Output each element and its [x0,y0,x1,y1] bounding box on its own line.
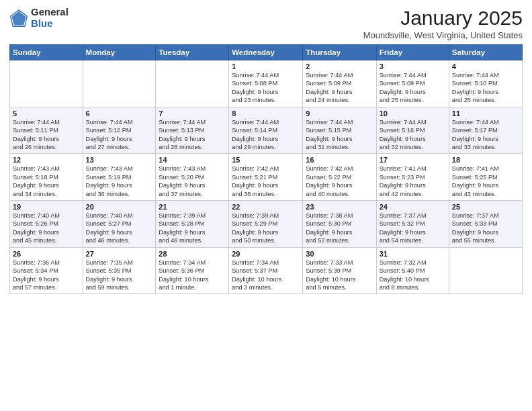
calendar-week-row: 12Sunrise: 7:43 AM Sunset: 5:18 PM Dayli… [10,154,523,201]
day-info: Sunrise: 7:41 AM Sunset: 5:25 PM Dayligh… [452,165,499,197]
calendar-cell: 18Sunrise: 7:41 AM Sunset: 5:25 PM Dayli… [449,154,522,201]
day-info: Sunrise: 7:44 AM Sunset: 5:09 PM Dayligh… [306,72,353,103]
day-info: Sunrise: 7:39 AM Sunset: 5:28 PM Dayligh… [159,212,206,244]
calendar-week-row: 1Sunrise: 7:44 AM Sunset: 5:08 PM Daylig… [10,60,523,107]
day-info: Sunrise: 7:38 AM Sunset: 5:30 PM Dayligh… [306,212,353,244]
day-info: Sunrise: 7:44 AM Sunset: 5:12 PM Dayligh… [86,119,133,150]
day-number: 30 [306,250,373,258]
calendar-cell: 13Sunrise: 7:43 AM Sunset: 5:19 PM Dayli… [83,154,156,201]
calendar-cell: 10Sunrise: 7:44 AM Sunset: 5:16 PM Dayli… [376,107,449,154]
calendar-cell: 17Sunrise: 7:41 AM Sunset: 5:23 PM Dayli… [376,154,449,201]
weekday-header-wednesday: Wednesday [229,45,303,60]
weekday-header-sunday: Sunday [10,45,83,60]
calendar-table: SundayMondayTuesdayWednesdayThursdayFrid… [9,44,523,294]
day-info: Sunrise: 7:39 AM Sunset: 5:29 PM Dayligh… [232,212,279,244]
calendar-cell: 4Sunrise: 7:44 AM Sunset: 5:10 PM Daylig… [449,60,522,107]
day-number: 5 [13,109,80,118]
weekday-header-thursday: Thursday [303,45,376,60]
day-info: Sunrise: 7:42 AM Sunset: 5:21 PM Dayligh… [232,165,279,197]
weekday-header-monday: Monday [83,45,156,60]
calendar-cell: 3Sunrise: 7:44 AM Sunset: 5:09 PM Daylig… [376,60,449,107]
day-number: 24 [380,203,446,211]
calendar-cell: 16Sunrise: 7:42 AM Sunset: 5:22 PM Dayli… [303,154,376,201]
day-number: 12 [13,156,80,164]
calendar-cell: 22Sunrise: 7:39 AM Sunset: 5:29 PM Dayli… [229,201,303,248]
calendar-cell: 30Sunrise: 7:33 AM Sunset: 5:39 PM Dayli… [303,247,376,294]
calendar-week-row: 5Sunrise: 7:44 AM Sunset: 5:11 PM Daylig… [10,107,523,154]
day-number: 13 [86,156,153,164]
calendar-cell: 9Sunrise: 7:44 AM Sunset: 5:15 PM Daylig… [303,107,376,154]
calendar-cell: 6Sunrise: 7:44 AM Sunset: 5:12 PM Daylig… [83,107,156,154]
day-info: Sunrise: 7:44 AM Sunset: 5:15 PM Dayligh… [306,119,353,150]
calendar-cell: 7Sunrise: 7:44 AM Sunset: 5:13 PM Daylig… [156,107,229,154]
day-info: Sunrise: 7:33 AM Sunset: 5:39 PM Dayligh… [306,259,355,291]
calendar-cell: 2Sunrise: 7:44 AM Sunset: 5:09 PM Daylig… [303,60,376,107]
day-info: Sunrise: 7:44 AM Sunset: 5:08 PM Dayligh… [232,72,279,103]
calendar-cell [449,247,522,294]
calendar-cell: 28Sunrise: 7:34 AM Sunset: 5:36 PM Dayli… [156,247,229,294]
day-number: 9 [306,109,373,118]
day-info: Sunrise: 7:44 AM Sunset: 5:09 PM Dayligh… [380,72,427,103]
day-number: 8 [232,109,300,118]
day-info: Sunrise: 7:32 AM Sunset: 5:40 PM Dayligh… [380,259,429,291]
calendar-cell [83,60,156,107]
day-info: Sunrise: 7:43 AM Sunset: 5:20 PM Dayligh… [159,165,206,197]
calendar-cell [156,60,229,107]
page: General Blue January 2025 Moundsville, W… [0,0,532,411]
day-number: 10 [380,109,446,118]
day-info: Sunrise: 7:37 AM Sunset: 5:33 PM Dayligh… [452,212,499,244]
day-number: 29 [232,250,300,258]
day-number: 3 [380,62,446,71]
logo-blue-text: Blue [31,18,69,30]
calendar-cell: 25Sunrise: 7:37 AM Sunset: 5:33 PM Dayli… [449,201,522,248]
day-info: Sunrise: 7:34 AM Sunset: 5:36 PM Dayligh… [159,259,208,291]
logo-text: General Blue [31,7,69,29]
day-number: 17 [380,156,446,164]
svg-marker-0 [12,11,26,25]
day-info: Sunrise: 7:44 AM Sunset: 5:10 PM Dayligh… [452,72,499,103]
logo-icon [9,9,28,28]
day-info: Sunrise: 7:40 AM Sunset: 5:27 PM Dayligh… [86,212,133,244]
day-info: Sunrise: 7:44 AM Sunset: 5:17 PM Dayligh… [452,119,499,150]
weekday-header-saturday: Saturday [449,45,522,60]
day-number: 20 [86,203,153,211]
day-number: 4 [452,62,519,71]
day-number: 1 [232,62,300,71]
day-number: 28 [159,250,226,258]
calendar-cell: 14Sunrise: 7:43 AM Sunset: 5:20 PM Dayli… [156,154,229,201]
day-info: Sunrise: 7:40 AM Sunset: 5:26 PM Dayligh… [13,212,60,244]
day-info: Sunrise: 7:44 AM Sunset: 5:11 PM Dayligh… [13,119,60,150]
calendar-cell: 26Sunrise: 7:36 AM Sunset: 5:34 PM Dayli… [10,247,83,294]
day-number: 6 [86,109,153,118]
day-info: Sunrise: 7:35 AM Sunset: 5:35 PM Dayligh… [86,259,133,291]
day-number: 26 [13,250,80,258]
calendar-cell: 11Sunrise: 7:44 AM Sunset: 5:17 PM Dayli… [449,107,522,154]
day-number: 19 [13,203,80,211]
header: General Blue January 2025 Moundsville, W… [9,7,523,40]
day-number: 31 [380,250,446,258]
day-number: 2 [306,62,373,71]
day-number: 18 [452,156,519,164]
day-number: 14 [159,156,226,164]
day-number: 22 [232,203,300,211]
title-block: January 2025 Moundsville, West Virginia,… [363,7,523,40]
day-info: Sunrise: 7:42 AM Sunset: 5:22 PM Dayligh… [306,165,353,197]
calendar-cell: 24Sunrise: 7:37 AM Sunset: 5:32 PM Dayli… [376,201,449,248]
day-number: 23 [306,203,373,211]
day-info: Sunrise: 7:34 AM Sunset: 5:37 PM Dayligh… [232,259,281,291]
day-info: Sunrise: 7:44 AM Sunset: 5:14 PM Dayligh… [232,119,279,150]
calendar-cell: 27Sunrise: 7:35 AM Sunset: 5:35 PM Dayli… [83,247,156,294]
day-info: Sunrise: 7:44 AM Sunset: 5:13 PM Dayligh… [159,119,206,150]
calendar-cell: 19Sunrise: 7:40 AM Sunset: 5:26 PM Dayli… [10,201,83,248]
day-info: Sunrise: 7:37 AM Sunset: 5:32 PM Dayligh… [380,212,427,244]
day-number: 25 [452,203,519,211]
weekday-header-friday: Friday [376,45,449,60]
day-info: Sunrise: 7:36 AM Sunset: 5:34 PM Dayligh… [13,259,60,291]
day-info: Sunrise: 7:44 AM Sunset: 5:16 PM Dayligh… [380,119,427,150]
calendar-cell: 29Sunrise: 7:34 AM Sunset: 5:37 PM Dayli… [229,247,303,294]
calendar-week-row: 19Sunrise: 7:40 AM Sunset: 5:26 PM Dayli… [10,201,523,248]
day-number: 27 [86,250,153,258]
weekday-header-tuesday: Tuesday [156,45,229,60]
month-title: January 2025 [363,7,523,29]
day-info: Sunrise: 7:43 AM Sunset: 5:19 PM Dayligh… [86,165,133,197]
